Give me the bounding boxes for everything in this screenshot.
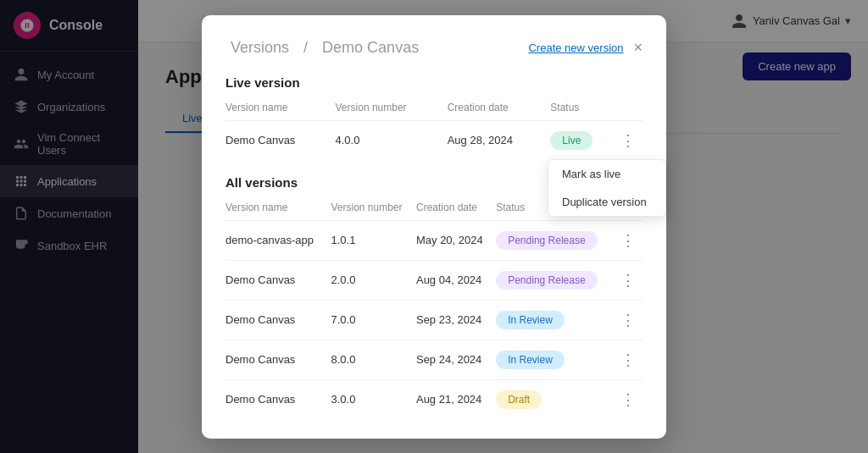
status-badge: Draft: [496, 390, 542, 409]
version-name: Demo Canvas: [225, 260, 331, 300]
creation-date: May 20, 2024: [416, 220, 496, 260]
creation-date: Aug 21, 2024: [416, 379, 496, 419]
status-cell: In Review: [496, 340, 617, 379]
versions-modal: Versions / Demo Canvas Create new versio…: [202, 15, 666, 439]
table-row: Demo Canvas 3.0.0 Aug 21, 2024 Draft ⋮: [225, 379, 643, 419]
col-version-name: Version name: [225, 202, 331, 221]
live-versions-table: Version name Version number Creation dat…: [225, 102, 643, 160]
context-menu-mark-as-live[interactable]: Mark as live: [548, 160, 665, 188]
row-actions: ⋮: [617, 300, 643, 340]
modal-overlay: Versions / Demo Canvas Create new versio…: [0, 0, 868, 453]
col-version-number: Version number: [331, 202, 416, 221]
version-name: Demo Canvas: [225, 340, 331, 379]
version-name: demo-canvas-app: [225, 220, 331, 260]
row-actions: ⋮: [617, 120, 643, 160]
version-name: Demo Canvas: [225, 300, 331, 340]
modal-actions: Create new version ×: [528, 40, 643, 55]
status-cell: Pending Release: [496, 260, 617, 300]
all-versions-table: Version name Version number Creation dat…: [225, 202, 643, 419]
table-row: Demo Canvas 8.0.0 Sep 24, 2024 In Review…: [225, 340, 643, 379]
status-cell: In Review: [496, 300, 617, 340]
status-cell: Live: [550, 120, 617, 160]
row-actions: ⋮: [617, 340, 643, 379]
creation-date: Sep 24, 2024: [416, 340, 496, 379]
table-row: Demo Canvas 4.0.0 Aug 28, 2024 Live ⋮: [225, 120, 643, 160]
more-options-button[interactable]: ⋮: [617, 312, 639, 328]
context-menu: Mark as live Duplicate version: [548, 159, 666, 217]
table-row: demo-canvas-app 1.0.1 May 20, 2024 Pendi…: [225, 220, 643, 260]
col-actions: [617, 102, 643, 121]
more-options-button[interactable]: ⋮: [617, 392, 639, 407]
more-options-button[interactable]: ⋮: [617, 273, 639, 288]
table-row: Demo Canvas 2.0.0 Aug 04, 2024 Pending R…: [225, 260, 643, 300]
col-version-number: Version number: [336, 102, 448, 121]
live-section-title: Live version: [225, 75, 643, 90]
row-actions: ⋮: [617, 220, 643, 260]
more-options-button[interactable]: ⋮: [617, 352, 639, 367]
create-new-version-link[interactable]: Create new version: [528, 41, 623, 54]
row-actions: ⋮: [617, 379, 643, 419]
table-row: Demo Canvas 7.0.0 Sep 23, 2024 In Review…: [225, 300, 643, 340]
more-options-button[interactable]: ⋮: [617, 133, 639, 148]
status-badge: In Review: [496, 351, 565, 369]
col-version-name: Version name: [225, 102, 336, 121]
version-name: Demo Canvas: [225, 379, 331, 419]
col-status: Status: [550, 102, 617, 121]
more-options-button[interactable]: ⋮: [617, 233, 639, 248]
status-badge: Pending Release: [496, 231, 597, 250]
modal-title: Versions / Demo Canvas: [225, 39, 424, 57]
row-actions: ⋮: [617, 260, 643, 300]
version-number: 1.0.1: [331, 220, 416, 260]
col-creation-date: Creation date: [448, 102, 551, 121]
version-number: 2.0.0: [331, 260, 416, 300]
version-number: 7.0.0: [331, 300, 416, 340]
close-modal-button[interactable]: ×: [633, 40, 643, 55]
status-badge: Live: [550, 131, 593, 150]
status-cell: Draft: [496, 379, 617, 419]
version-name: Demo Canvas: [225, 120, 336, 160]
modal-header: Versions / Demo Canvas Create new versio…: [225, 39, 643, 57]
col-creation-date: Creation date: [416, 202, 496, 221]
status-cell: Pending Release: [496, 220, 617, 260]
version-number: 4.0.0: [336, 120, 448, 160]
status-badge: Pending Release: [496, 271, 597, 290]
creation-date: Aug 28, 2024: [448, 120, 551, 160]
version-number: 3.0.0: [331, 379, 416, 419]
context-menu-duplicate-version[interactable]: Duplicate version: [548, 188, 665, 216]
status-badge: In Review: [496, 311, 565, 329]
version-number: 8.0.0: [331, 340, 416, 379]
creation-date: Sep 23, 2024: [416, 300, 496, 340]
creation-date: Aug 04, 2024: [416, 260, 496, 300]
